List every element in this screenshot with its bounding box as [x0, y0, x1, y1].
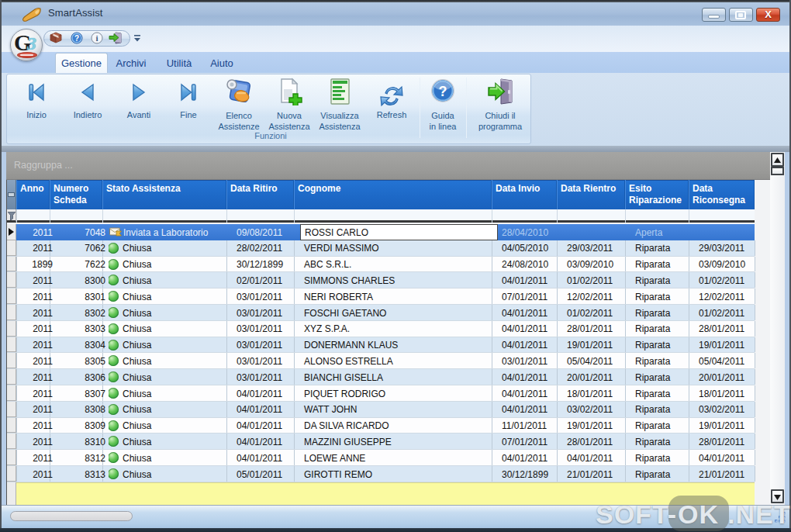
svg-text:?: ?	[439, 84, 447, 99]
svg-text:i: i	[95, 33, 98, 43]
svg-text:?: ?	[74, 34, 79, 43]
